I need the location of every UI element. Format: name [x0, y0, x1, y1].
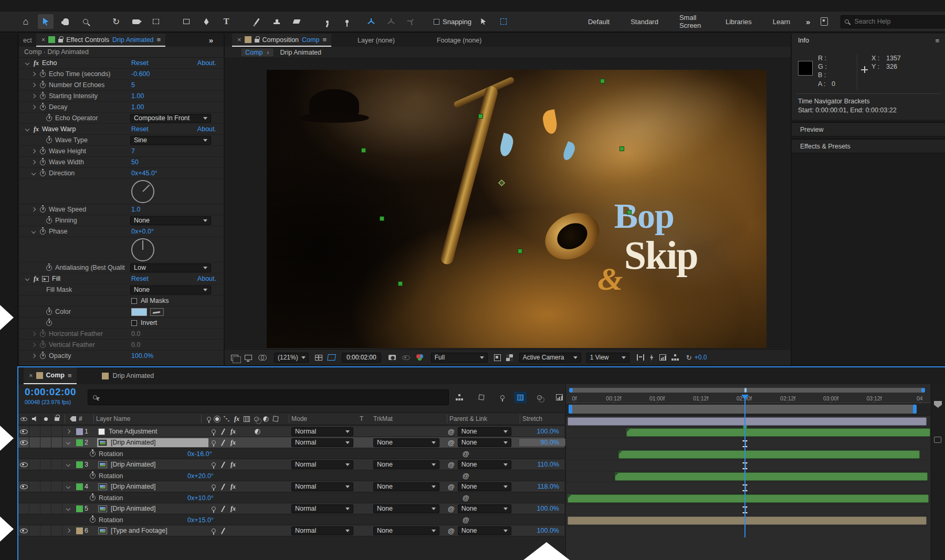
property-row-rotation[interactable]: Rotation 0x+20.0° @: [18, 470, 564, 481]
stopwatch-icon[interactable]: [46, 218, 52, 224]
snap-arrow-button[interactable]: [476, 14, 491, 29]
motion-blur-button[interactable]: [533, 392, 545, 403]
pickwhip-icon[interactable]: @: [448, 461, 455, 469]
workspace-default[interactable]: Default: [578, 18, 620, 26]
graph-editor-button[interactable]: [553, 392, 565, 403]
property-value[interactable]: 7: [131, 147, 135, 155]
layer-label-swatch[interactable]: [76, 428, 83, 435]
stopwatch-icon[interactable]: [40, 171, 46, 176]
fast-preview-button[interactable]: [494, 354, 501, 361]
layer-name-column-header[interactable]: Layer Name: [96, 415, 199, 422]
panel-overflow-button[interactable]: »: [204, 34, 218, 47]
t-column-header[interactable]: T: [360, 415, 373, 422]
current-timecode[interactable]: 0:00:02:00: [25, 386, 76, 398]
anchor-switch[interactable]: [212, 429, 216, 434]
property-row-rotation[interactable]: Rotation 0x+15.0° @: [18, 514, 564, 525]
zoom-tool[interactable]: [78, 14, 93, 29]
stopwatch-icon[interactable]: [40, 149, 46, 154]
chevron-down-icon[interactable]: [25, 277, 29, 281]
chevron-down-icon[interactable]: [25, 61, 29, 65]
quality-switch[interactable]: [220, 483, 226, 490]
tab-composition[interactable]: × Composition Comp ≡: [232, 34, 331, 47]
layer-label-swatch[interactable]: [76, 461, 83, 468]
stretch-column-header[interactable]: Stretch: [522, 415, 542, 422]
pixel-aspect-button[interactable]: [637, 354, 644, 361]
pickwhip-icon[interactable]: @: [448, 439, 455, 447]
parent-dropdown[interactable]: None: [458, 504, 511, 513]
trkmat-dropdown[interactable]: None: [373, 482, 439, 491]
eyedropper-icon[interactable]: [150, 308, 164, 316]
reset-link[interactable]: Reset: [131, 125, 149, 133]
audio-column-icon[interactable]: [32, 416, 37, 421]
quality-switch[interactable]: [220, 461, 226, 468]
eye-toggle[interactable]: [20, 529, 28, 533]
pickwhip-icon[interactable]: @: [448, 428, 455, 436]
stopwatch-icon[interactable]: [90, 451, 96, 457]
workspace-standard[interactable]: Standard: [620, 18, 669, 26]
canvas-text-ampersand[interactable]: &: [597, 260, 623, 298]
navigator-playhead-marker[interactable]: [744, 388, 747, 393]
chevron-right-icon[interactable]: [32, 343, 36, 347]
tab-footage[interactable]: Footage (none): [432, 34, 487, 47]
chevron-right-icon[interactable]: [66, 429, 70, 434]
comp-mini-map-button[interactable]: [934, 437, 941, 443]
shy-layers-button[interactable]: [496, 392, 509, 403]
layer-bar-tone-adjustment[interactable]: [568, 417, 927, 426]
parent-link-column-header[interactable]: Parent & Link: [449, 415, 518, 422]
table-row[interactable]: 2 [Drip Animated] fx Normal None @None 9…: [18, 437, 564, 448]
hand-tool[interactable]: [58, 14, 74, 29]
layer-handle[interactable]: [620, 146, 624, 151]
mode-column-header[interactable]: Mode: [291, 415, 360, 422]
property-value[interactable]: 0x+0.0°: [131, 228, 154, 235]
close-icon[interactable]: ×: [29, 372, 33, 379]
property-value[interactable]: 0.0: [131, 330, 140, 337]
stopwatch-icon[interactable]: [90, 473, 96, 479]
project-tab-fragment[interactable]: ect: [19, 34, 36, 47]
region-of-interest-button[interactable]: [328, 354, 335, 361]
canvas-text-bop[interactable]: Bop: [614, 195, 674, 237]
view-axis-mode-button[interactable]: [403, 14, 419, 29]
close-icon[interactable]: ×: [41, 36, 46, 44]
quality-switch[interactable]: [220, 439, 226, 446]
panel-menu-icon[interactable]: ≡: [68, 372, 71, 379]
table-row[interactable]: 5 [Drip Animated] fx Normal None @None 1…: [18, 503, 564, 514]
layer-handle[interactable]: [478, 114, 483, 119]
stopwatch-icon[interactable]: [46, 320, 52, 326]
panel-menu-icon[interactable]: ≡: [935, 37, 939, 45]
blend-mode-dropdown[interactable]: Normal: [291, 460, 353, 469]
close-icon[interactable]: ×: [237, 36, 242, 44]
stopwatch-icon[interactable]: [40, 353, 46, 359]
layer-name[interactable]: Tone Adjustment: [109, 428, 157, 435]
composition-canvas[interactable]: Bop Skip &: [267, 70, 766, 348]
workspace-learn[interactable]: Learn: [762, 18, 801, 26]
about-link[interactable]: About.: [197, 59, 216, 67]
snap-bounds-button[interactable]: [496, 14, 511, 29]
property-value[interactable]: 0.0: [131, 341, 140, 348]
property-value[interactable]: 1.00: [131, 92, 144, 100]
anchor-point-handle[interactable]: [498, 180, 505, 187]
eraser-tool[interactable]: [289, 14, 304, 29]
pickwhip-icon[interactable]: @: [463, 516, 469, 524]
property-value[interactable]: -0.600: [131, 70, 150, 78]
parent-dropdown[interactable]: None: [458, 482, 511, 491]
blend-mode-dropdown[interactable]: Normal: [291, 526, 353, 535]
layer-label-swatch[interactable]: [76, 483, 83, 490]
snapshot-button[interactable]: [388, 355, 396, 360]
pickwhip-icon[interactable]: @: [463, 450, 469, 458]
clone-stamp-tool[interactable]: [269, 14, 285, 29]
stopwatch-icon[interactable]: [40, 331, 46, 337]
show-snapshot-button[interactable]: [402, 355, 410, 360]
chevron-right-icon[interactable]: [32, 105, 36, 109]
stretch-value[interactable]: 118.0%: [519, 483, 566, 490]
eye-toggle[interactable]: [20, 440, 28, 445]
lock-column-icon[interactable]: [55, 417, 59, 421]
table-row[interactable]: 6 [Type and Footage] Normal None @None 1…: [18, 525, 564, 536]
anchor-switch[interactable]: [212, 484, 216, 489]
type-tool[interactable]: T: [218, 14, 234, 29]
layer-handle[interactable]: [600, 79, 605, 83]
stopwatch-icon[interactable]: [40, 160, 46, 165]
effects-presets-panel-header[interactable]: Effects & Presets: [792, 139, 945, 153]
layer-handle[interactable]: [380, 216, 384, 221]
world-axis-mode-button[interactable]: [383, 14, 399, 29]
fill-mask-dropdown[interactable]: None: [130, 286, 211, 294]
